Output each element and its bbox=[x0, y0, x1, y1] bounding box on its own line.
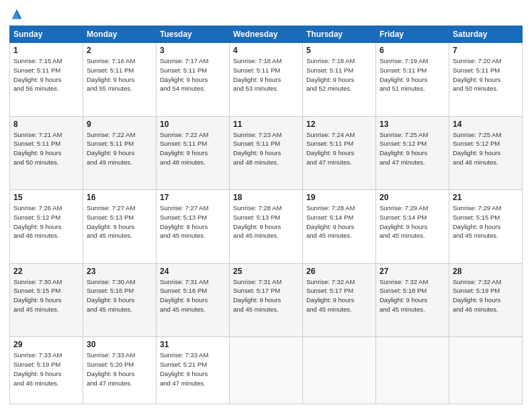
day-info: Sunrise: 7:33 AM Sunset: 5:19 PM Dayligh… bbox=[13, 351, 79, 387]
calendar-cell: 8Sunrise: 7:21 AM Sunset: 5:11 PM Daylig… bbox=[10, 116, 83, 190]
day-info: Sunrise: 7:33 AM Sunset: 5:20 PM Dayligh… bbox=[87, 351, 152, 387]
day-info: Sunrise: 7:15 AM Sunset: 5:11 PM Dayligh… bbox=[13, 56, 79, 93]
day-info: Sunrise: 7:23 AM Sunset: 5:11 PM Dayligh… bbox=[233, 130, 299, 167]
day-number: 20 bbox=[380, 193, 445, 202]
day-info: Sunrise: 7:27 AM Sunset: 5:13 PM Dayligh… bbox=[160, 203, 226, 240]
calendar-cell: 2Sunrise: 7:16 AM Sunset: 5:11 PM Daylig… bbox=[83, 43, 157, 117]
weekday-header: Sunday bbox=[10, 26, 83, 43]
day-number: 12 bbox=[306, 120, 372, 129]
day-number: 18 bbox=[233, 193, 299, 202]
day-number: 31 bbox=[160, 340, 226, 349]
day-number: 7 bbox=[453, 46, 519, 55]
calendar-cell: 26Sunrise: 7:32 AM Sunset: 5:17 PM Dayli… bbox=[303, 263, 376, 337]
day-number: 14 bbox=[453, 120, 519, 129]
day-number: 4 bbox=[233, 46, 299, 55]
weekday-header: Wednesday bbox=[230, 26, 303, 43]
day-number: 19 bbox=[306, 193, 372, 202]
day-number: 16 bbox=[87, 193, 152, 202]
weekday-header: Saturday bbox=[449, 26, 523, 43]
calendar-cell: 31Sunrise: 7:33 AM Sunset: 5:21 PM Dayli… bbox=[157, 337, 230, 404]
calendar-cell: 9Sunrise: 7:22 AM Sunset: 5:11 PM Daylig… bbox=[83, 116, 157, 190]
calendar-cell: 20Sunrise: 7:29 AM Sunset: 5:14 PM Dayli… bbox=[376, 190, 449, 264]
day-number: 28 bbox=[453, 267, 519, 276]
day-number: 25 bbox=[233, 267, 299, 276]
calendar-cell: 24Sunrise: 7:31 AM Sunset: 5:16 PM Dayli… bbox=[157, 263, 230, 337]
calendar-cell: 14Sunrise: 7:25 AM Sunset: 5:12 PM Dayli… bbox=[449, 116, 523, 190]
day-number: 10 bbox=[160, 120, 226, 129]
day-info: Sunrise: 7:32 AM Sunset: 5:18 PM Dayligh… bbox=[380, 277, 445, 314]
day-info: Sunrise: 7:28 AM Sunset: 5:14 PM Dayligh… bbox=[306, 203, 372, 240]
calendar-cell: 1Sunrise: 7:15 AM Sunset: 5:11 PM Daylig… bbox=[10, 43, 83, 117]
day-info: Sunrise: 7:24 AM Sunset: 5:11 PM Dayligh… bbox=[306, 130, 372, 167]
calendar-cell bbox=[376, 337, 449, 404]
calendar-cell: 10Sunrise: 7:22 AM Sunset: 5:11 PM Dayli… bbox=[157, 116, 230, 190]
day-info: Sunrise: 7:30 AM Sunset: 5:15 PM Dayligh… bbox=[13, 277, 79, 314]
day-info: Sunrise: 7:32 AM Sunset: 5:19 PM Dayligh… bbox=[453, 277, 519, 314]
day-number: 22 bbox=[13, 267, 79, 276]
day-number: 13 bbox=[380, 120, 445, 129]
calendar-cell: 11Sunrise: 7:23 AM Sunset: 5:11 PM Dayli… bbox=[230, 116, 303, 190]
calendar-cell: 30Sunrise: 7:33 AM Sunset: 5:20 PM Dayli… bbox=[83, 337, 157, 404]
calendar-cell: 5Sunrise: 7:18 AM Sunset: 5:11 PM Daylig… bbox=[303, 43, 376, 117]
calendar-cell: 6Sunrise: 7:19 AM Sunset: 5:11 PM Daylig… bbox=[376, 43, 449, 117]
day-number: 29 bbox=[13, 340, 79, 349]
calendar-cell bbox=[449, 337, 523, 404]
day-number: 23 bbox=[87, 267, 152, 276]
day-info: Sunrise: 7:31 AM Sunset: 5:16 PM Dayligh… bbox=[160, 277, 226, 314]
calendar-cell: 12Sunrise: 7:24 AM Sunset: 5:11 PM Dayli… bbox=[303, 116, 376, 190]
calendar-cell: 18Sunrise: 7:28 AM Sunset: 5:13 PM Dayli… bbox=[230, 190, 303, 264]
day-number: 17 bbox=[160, 193, 226, 202]
page: SundayMondayTuesdayWednesdayThursdayFrid… bbox=[0, 0, 532, 411]
day-info: Sunrise: 7:26 AM Sunset: 5:12 PM Dayligh… bbox=[13, 203, 79, 240]
header-row: SundayMondayTuesdayWednesdayThursdayFrid… bbox=[10, 26, 523, 43]
calendar-cell: 17Sunrise: 7:27 AM Sunset: 5:13 PM Dayli… bbox=[157, 190, 230, 264]
day-number: 8 bbox=[13, 120, 79, 129]
day-number: 2 bbox=[87, 46, 152, 55]
logo bbox=[9, 7, 23, 20]
day-info: Sunrise: 7:22 AM Sunset: 5:11 PM Dayligh… bbox=[160, 130, 226, 167]
weekday-header: Monday bbox=[83, 26, 157, 43]
day-info: Sunrise: 7:20 AM Sunset: 5:11 PM Dayligh… bbox=[453, 56, 519, 93]
day-info: Sunrise: 7:19 AM Sunset: 5:11 PM Dayligh… bbox=[380, 56, 445, 93]
calendar-cell: 16Sunrise: 7:27 AM Sunset: 5:13 PM Dayli… bbox=[83, 190, 157, 264]
day-number: 15 bbox=[13, 193, 79, 202]
logo-text bbox=[9, 7, 23, 20]
calendar-cell: 22Sunrise: 7:30 AM Sunset: 5:15 PM Dayli… bbox=[10, 263, 83, 337]
calendar-cell: 23Sunrise: 7:30 AM Sunset: 5:16 PM Dayli… bbox=[83, 263, 157, 337]
day-info: Sunrise: 7:28 AM Sunset: 5:13 PM Dayligh… bbox=[233, 203, 299, 240]
header bbox=[9, 7, 523, 20]
weekday-header: Thursday bbox=[303, 26, 376, 43]
day-info: Sunrise: 7:21 AM Sunset: 5:11 PM Dayligh… bbox=[13, 130, 79, 167]
day-number: 1 bbox=[13, 46, 79, 55]
day-info: Sunrise: 7:25 AM Sunset: 5:12 PM Dayligh… bbox=[453, 130, 519, 167]
day-info: Sunrise: 7:16 AM Sunset: 5:11 PM Dayligh… bbox=[87, 56, 152, 93]
day-number: 24 bbox=[160, 267, 226, 276]
calendar-cell: 21Sunrise: 7:29 AM Sunset: 5:15 PM Dayli… bbox=[449, 190, 523, 264]
day-info: Sunrise: 7:17 AM Sunset: 5:11 PM Dayligh… bbox=[160, 56, 226, 93]
day-info: Sunrise: 7:18 AM Sunset: 5:11 PM Dayligh… bbox=[306, 56, 372, 93]
day-info: Sunrise: 7:18 AM Sunset: 5:11 PM Dayligh… bbox=[233, 56, 299, 93]
day-info: Sunrise: 7:29 AM Sunset: 5:14 PM Dayligh… bbox=[380, 203, 445, 240]
day-number: 21 bbox=[453, 193, 519, 202]
day-info: Sunrise: 7:32 AM Sunset: 5:17 PM Dayligh… bbox=[306, 277, 372, 314]
weekday-header: Friday bbox=[376, 26, 449, 43]
day-number: 3 bbox=[160, 46, 226, 55]
logo-icon bbox=[11, 8, 23, 20]
day-info: Sunrise: 7:33 AM Sunset: 5:21 PM Dayligh… bbox=[160, 351, 226, 387]
calendar-cell: 19Sunrise: 7:28 AM Sunset: 5:14 PM Dayli… bbox=[303, 190, 376, 264]
calendar-table: SundayMondayTuesdayWednesdayThursdayFrid… bbox=[9, 26, 523, 404]
calendar-cell: 3Sunrise: 7:17 AM Sunset: 5:11 PM Daylig… bbox=[157, 43, 230, 117]
calendar-cell: 29Sunrise: 7:33 AM Sunset: 5:19 PM Dayli… bbox=[10, 337, 83, 404]
calendar-cell: 13Sunrise: 7:25 AM Sunset: 5:12 PM Dayli… bbox=[376, 116, 449, 190]
day-info: Sunrise: 7:30 AM Sunset: 5:16 PM Dayligh… bbox=[87, 277, 152, 314]
day-info: Sunrise: 7:25 AM Sunset: 5:12 PM Dayligh… bbox=[380, 130, 445, 167]
day-info: Sunrise: 7:31 AM Sunset: 5:17 PM Dayligh… bbox=[233, 277, 299, 314]
calendar-cell: 25Sunrise: 7:31 AM Sunset: 5:17 PM Dayli… bbox=[230, 263, 303, 337]
calendar-cell: 28Sunrise: 7:32 AM Sunset: 5:19 PM Dayli… bbox=[449, 263, 523, 337]
day-info: Sunrise: 7:29 AM Sunset: 5:15 PM Dayligh… bbox=[453, 203, 519, 240]
day-info: Sunrise: 7:27 AM Sunset: 5:13 PM Dayligh… bbox=[87, 203, 152, 240]
day-number: 26 bbox=[306, 267, 372, 276]
day-number: 6 bbox=[380, 46, 445, 55]
day-number: 27 bbox=[380, 267, 445, 276]
calendar-cell bbox=[230, 337, 303, 404]
